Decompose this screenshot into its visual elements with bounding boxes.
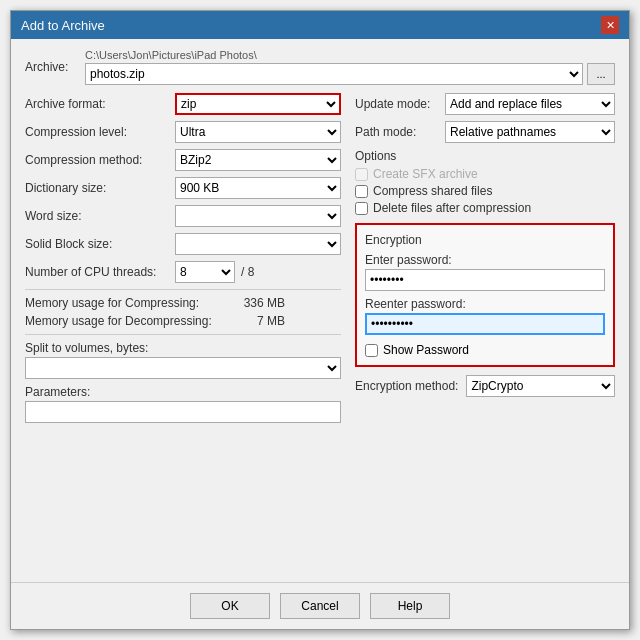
- delete-after-option: Delete files after compression: [355, 201, 615, 215]
- show-pass-row: Show Password: [365, 343, 605, 357]
- compression-level-row: Compression level: Ultra: [25, 121, 341, 143]
- memory-compress-row: Memory usage for Compressing: 336 MB: [25, 296, 341, 310]
- enter-pass-input[interactable]: [365, 269, 605, 291]
- help-button[interactable]: Help: [370, 593, 450, 619]
- solid-size-select[interactable]: [175, 233, 341, 255]
- divider1: [25, 289, 341, 290]
- threads-total: / 8: [241, 265, 254, 279]
- reenter-pass-label: Reenter password:: [365, 297, 605, 311]
- path-mode-row: Path mode: Relative pathnames: [355, 121, 615, 143]
- word-size-label: Word size:: [25, 209, 175, 223]
- word-size-select[interactable]: [175, 205, 341, 227]
- add-to-archive-dialog: Add to Archive ✕ Archive: C:\Users\Jon\P…: [10, 10, 630, 630]
- split-select[interactable]: [25, 357, 341, 379]
- path-mode-select[interactable]: Relative pathnames: [445, 121, 615, 143]
- divider2: [25, 334, 341, 335]
- reenter-pass-input[interactable]: [365, 313, 605, 335]
- dialog-body: Archive: C:\Users\Jon\Pictures\iPad Phot…: [11, 39, 629, 582]
- compress-shared-label: Compress shared files: [373, 184, 492, 198]
- options-group: Options Create SFX archive Compress shar…: [355, 149, 615, 215]
- update-mode-label: Update mode:: [355, 97, 445, 111]
- create-sfx-option: Create SFX archive: [355, 167, 615, 181]
- archive-row: Archive: C:\Users\Jon\Pictures\iPad Phot…: [25, 49, 615, 85]
- enc-method-label: Encryption method:: [355, 379, 458, 393]
- title-bar: Add to Archive ✕: [11, 11, 629, 39]
- dict-size-row: Dictionary size: 900 KB: [25, 177, 341, 199]
- archive-right: C:\Users\Jon\Pictures\iPad Photos\ photo…: [85, 49, 615, 85]
- delete-after-checkbox[interactable]: [355, 202, 368, 215]
- enc-method-row: Encryption method: ZipCrypto: [355, 375, 615, 397]
- threads-label: Number of CPU threads:: [25, 265, 175, 279]
- params-section: Parameters:: [25, 385, 341, 423]
- params-input[interactable]: [25, 401, 341, 423]
- update-mode-row: Update mode: Add and replace files: [355, 93, 615, 115]
- split-row: Split to volumes, bytes:: [25, 341, 341, 379]
- memory-decompress-row: Memory usage for Decompressing: 7 MB: [25, 314, 341, 328]
- show-pass-label: Show Password: [383, 343, 469, 357]
- dict-size-label: Dictionary size:: [25, 181, 175, 195]
- archive-path: C:\Users\Jon\Pictures\iPad Photos\: [85, 49, 615, 61]
- enter-pass-label: Enter password:: [365, 253, 605, 267]
- left-panel: Archive format: zip Compression level: U…: [25, 93, 341, 423]
- archive-browse-button[interactable]: ...: [587, 63, 615, 85]
- cancel-button[interactable]: Cancel: [280, 593, 360, 619]
- dialog-footer: OK Cancel Help: [11, 582, 629, 629]
- archive-file-row: photos.zip ...: [85, 63, 615, 85]
- create-sfx-checkbox[interactable]: [355, 168, 368, 181]
- show-pass-checkbox[interactable]: [365, 344, 378, 357]
- solid-size-label: Solid Block size:: [25, 237, 175, 251]
- format-select[interactable]: zip: [175, 93, 341, 115]
- create-sfx-label: Create SFX archive: [373, 167, 478, 181]
- enc-method-select[interactable]: ZipCrypto: [466, 375, 615, 397]
- compression-method-select[interactable]: BZip2: [175, 149, 341, 171]
- params-label: Parameters:: [25, 385, 341, 399]
- close-button[interactable]: ✕: [601, 16, 619, 34]
- format-label: Archive format:: [25, 97, 175, 111]
- compress-shared-checkbox[interactable]: [355, 185, 368, 198]
- split-label: Split to volumes, bytes:: [25, 341, 341, 355]
- encryption-box: Encryption Enter password: Reenter passw…: [355, 223, 615, 367]
- archive-label: Archive:: [25, 60, 85, 74]
- compress-shared-option: Compress shared files: [355, 184, 615, 198]
- format-row: Archive format: zip: [25, 93, 341, 115]
- compression-method-label: Compression method:: [25, 153, 175, 167]
- path-mode-label: Path mode:: [355, 125, 445, 139]
- compression-method-row: Compression method: BZip2: [25, 149, 341, 171]
- dialog-title: Add to Archive: [21, 18, 105, 33]
- ok-button[interactable]: OK: [190, 593, 270, 619]
- encryption-title: Encryption: [365, 233, 605, 247]
- word-size-row: Word size:: [25, 205, 341, 227]
- delete-after-label: Delete files after compression: [373, 201, 531, 215]
- memory-compress-label: Memory usage for Compressing:: [25, 296, 225, 310]
- memory-compress-value: 336 MB: [225, 296, 285, 310]
- archive-filename-select[interactable]: photos.zip: [85, 63, 583, 85]
- dict-size-select[interactable]: 900 KB: [175, 177, 341, 199]
- threads-row: Number of CPU threads: 8 / 8: [25, 261, 341, 283]
- solid-size-row: Solid Block size:: [25, 233, 341, 255]
- threads-select[interactable]: 8: [175, 261, 235, 283]
- compression-level-label: Compression level:: [25, 125, 175, 139]
- compression-level-select[interactable]: Ultra: [175, 121, 341, 143]
- right-panel: Update mode: Add and replace files Path …: [355, 93, 615, 423]
- options-title: Options: [355, 149, 615, 163]
- update-mode-select[interactable]: Add and replace files: [445, 93, 615, 115]
- memory-decompress-label: Memory usage for Decompressing:: [25, 314, 225, 328]
- memory-decompress-value: 7 MB: [225, 314, 285, 328]
- main-content: Archive format: zip Compression level: U…: [25, 93, 615, 423]
